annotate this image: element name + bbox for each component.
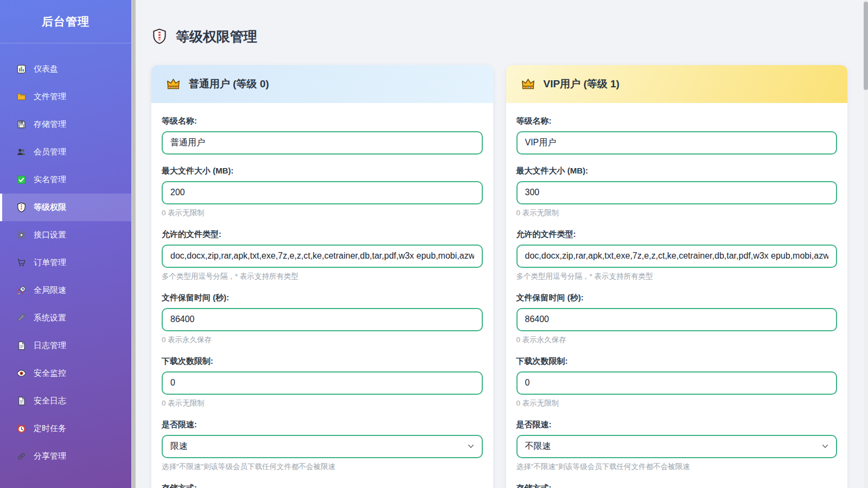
sidebar-item-global-rate[interactable]: 全局限速 <box>0 277 131 304</box>
sidebar-item-share[interactable]: 分享管理 <box>0 442 131 470</box>
page-title: 等级权限管理 <box>151 24 847 46</box>
sidebar-item-label: 会员管理 <box>34 147 66 157</box>
storage-method-field: 存储方式: <box>516 483 838 488</box>
speed-limit-select[interactable]: 不限速 <box>516 435 838 458</box>
speed-limit-select-wrap: 限速 <box>162 435 483 458</box>
storage-method-field: 存储方式: <box>162 483 483 488</box>
retention-time-input[interactable] <box>516 308 838 331</box>
sidebar-item-label: 全局限速 <box>34 285 66 296</box>
allowed-file-types-label: 允许的文件类型: <box>162 229 483 240</box>
level-card-level-1: VIP用户 (等级 1) 等级名称:最大文件大小 (MB):0 表示无限制允许的… <box>506 65 848 488</box>
level-card-header: VIP用户 (等级 1) <box>506 65 848 103</box>
sidebar-item-storage[interactable]: 存储管理 <box>0 111 131 138</box>
max-file-size-input[interactable] <box>162 181 483 204</box>
allowed-file-types-input[interactable] <box>516 245 838 268</box>
max-file-size-hint: 0 表示无限制 <box>162 208 483 218</box>
download-limit-label: 下载次数限制: <box>516 356 838 367</box>
shield-icon <box>151 28 168 44</box>
sidebar-item-members[interactable]: 会员管理 <box>0 138 131 166</box>
sidebar-item-api-settings[interactable]: 接口设置 <box>0 221 131 249</box>
sidebar-scrollbar[interactable] <box>131 0 136 488</box>
gear-icon <box>16 230 27 240</box>
level-name-label: 等级名称: <box>516 116 838 126</box>
speed-limit-field: 是否限速:不限速选择"不限速"则该等级会员下载任何文件都不会被限速 <box>516 420 838 472</box>
download-limit-field: 下载次数限制:0 表示无限制 <box>162 356 483 408</box>
max-file-size-hint: 0 表示无限制 <box>516 208 838 218</box>
app-root: 后台管理 仪表盘 文件管理 存储管理 会员管理 实名管理 等级权限 接口设置 订… <box>0 0 868 488</box>
level-cards-row: 普通用户 (等级 0) 等级名称:最大文件大小 (MB):0 表示无限制允许的文… <box>151 65 847 488</box>
chevron-down-icon <box>821 442 829 450</box>
sidebar-item-logs[interactable]: 日志管理 <box>0 332 131 359</box>
sidebar-item-label: 等级权限 <box>34 202 66 213</box>
allowed-file-types-label: 允许的文件类型: <box>516 229 838 240</box>
page-title-text: 等级权限管理 <box>176 28 257 46</box>
document-icon <box>16 396 27 406</box>
sidebar-item-realname[interactable]: 实名管理 <box>0 166 131 194</box>
retention-time-label: 文件保留时间 (秒): <box>162 293 483 303</box>
sidebar-item-label: 存储管理 <box>34 119 66 130</box>
level-card-level-0: 普通用户 (等级 0) 等级名称:最大文件大小 (MB):0 表示无限制允许的文… <box>151 65 493 488</box>
speed-limit-hint: 选择"不限速"则该等级会员下载任何文件都不会被限速 <box>516 462 838 472</box>
speed-limit-hint: 选择"不限速"则该等级会员下载任何文件都不会被限速 <box>162 462 483 472</box>
level-card-title: 普通用户 (等级 0) <box>189 77 269 91</box>
shield-icon <box>16 202 27 213</box>
sidebar-item-label: 日志管理 <box>34 341 66 351</box>
sidebar-item-dashboard[interactable]: 仪表盘 <box>0 55 131 83</box>
level-name-label: 等级名称: <box>162 116 483 126</box>
download-limit-input[interactable] <box>162 371 483 395</box>
level-card-body: 等级名称:最大文件大小 (MB):0 表示无限制允许的文件类型:多个类型用逗号分… <box>506 103 848 488</box>
sidebar-item-levels[interactable]: 等级权限 <box>0 194 131 221</box>
sidebar-item-cron-tasks[interactable]: 定时任务 <box>0 415 131 442</box>
sidebar-item-files[interactable]: 文件管理 <box>0 83 131 111</box>
speed-limit-select-wrap: 不限速 <box>516 435 838 458</box>
rocket-icon <box>16 285 27 296</box>
sidebar-title: 后台管理 <box>0 0 131 43</box>
max-file-size-field: 最大文件大小 (MB):0 表示无限制 <box>516 166 838 218</box>
level-name-input[interactable] <box>162 131 483 155</box>
sidebar-item-label: 系统设置 <box>34 313 66 323</box>
level-name-field: 等级名称: <box>516 116 838 155</box>
users-icon <box>16 147 27 157</box>
sidebar-item-label: 仪表盘 <box>34 64 58 74</box>
max-file-size-field: 最大文件大小 (MB):0 表示无限制 <box>162 166 483 218</box>
max-file-size-label: 最大文件大小 (MB): <box>162 166 483 176</box>
page-scrollbar-thumb[interactable] <box>864 2 868 90</box>
sidebar-item-orders[interactable]: 订单管理 <box>0 249 131 277</box>
allowed-file-types-input[interactable] <box>162 245 483 268</box>
sidebar-item-security-logs[interactable]: 安全日志 <box>0 387 131 415</box>
speed-limit-field: 是否限速:限速选择"不限速"则该等级会员下载任何文件都不会被限速 <box>162 420 483 472</box>
storage-method-label: 存储方式: <box>162 483 483 488</box>
sidebar-item-label: 实名管理 <box>34 175 66 185</box>
speed-limit-select[interactable]: 限速 <box>162 435 483 458</box>
sidebar-item-label: 分享管理 <box>34 451 66 461</box>
allowed-file-types-hint: 多个类型用逗号分隔，* 表示支持所有类型 <box>162 272 483 281</box>
eye-icon <box>16 368 27 378</box>
download-limit-input[interactable] <box>516 371 838 395</box>
speed-limit-label: 是否限速: <box>516 420 838 430</box>
level-name-field: 等级名称: <box>162 116 483 155</box>
page-scrollbar[interactable] <box>864 0 868 488</box>
floppy-disk-icon <box>16 119 27 130</box>
chevron-down-icon <box>467 442 475 450</box>
allowed-file-types-field: 允许的文件类型:多个类型用逗号分隔，* 表示支持所有类型 <box>516 229 838 281</box>
sidebar-item-label: 安全监控 <box>34 368 66 378</box>
retention-time-label: 文件保留时间 (秒): <box>516 293 838 303</box>
level-name-input[interactable] <box>516 131 838 155</box>
allowed-file-types-hint: 多个类型用逗号分隔，* 表示支持所有类型 <box>516 272 838 281</box>
allowed-file-types-field: 允许的文件类型:多个类型用逗号分隔，* 表示支持所有类型 <box>162 229 483 281</box>
max-file-size-label: 最大文件大小 (MB): <box>516 166 838 176</box>
link-icon <box>16 451 27 461</box>
sidebar-item-system-settings[interactable]: 系统设置 <box>0 304 131 332</box>
sidebar-item-label: 定时任务 <box>34 423 66 434</box>
check-box-icon <box>16 175 27 185</box>
sidebar-item-security-monitor[interactable]: 安全监控 <box>0 359 131 387</box>
sidebar-item-label: 安全日志 <box>34 396 66 406</box>
level-card-title: VIP用户 (等级 1) <box>544 77 620 91</box>
main-content: 等级权限管理 普通用户 (等级 0) 等级名称:最大文件大小 (MB):0 表示… <box>136 0 868 488</box>
level-card-body: 等级名称:最大文件大小 (MB):0 表示无限制允许的文件类型:多个类型用逗号分… <box>151 103 493 488</box>
download-limit-label: 下载次数限制: <box>162 356 483 367</box>
cart-icon <box>16 258 27 268</box>
max-file-size-input[interactable] <box>516 181 838 204</box>
retention-time-hint: 0 表示永久保存 <box>516 335 838 345</box>
retention-time-input[interactable] <box>162 308 483 331</box>
